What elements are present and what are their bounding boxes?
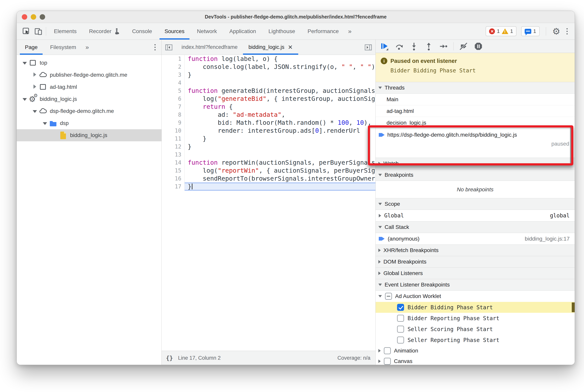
elb-item[interactable]: Seller Scoring Phase Start (376, 324, 575, 334)
expander-icon[interactable] (31, 108, 38, 114)
section-dom-breakpoints[interactable]: DOM Breakpoints (376, 256, 575, 268)
tree-item-top[interactable]: top (17, 57, 161, 69)
code-line-content[interactable]: render: interestGroup.ads[0].renderUrl (185, 127, 375, 135)
expander-icon[interactable] (31, 84, 38, 90)
editor-tab-index-html[interactable]: index.html?fencedframe (176, 40, 243, 55)
code-line[interactable]: 8 ad: "ad-metadata", (162, 111, 375, 119)
zoom-window-button[interactable] (40, 14, 45, 20)
thread-row[interactable]: ad-tag.html (376, 105, 575, 117)
indeterminate-checkbox[interactable] (385, 293, 392, 300)
tree-item-bidding-logic-file[interactable]: bidding_logic.js (17, 129, 161, 141)
line-number[interactable]: 16 (162, 174, 185, 182)
line-number[interactable]: 3 (162, 71, 185, 79)
elb-item[interactable]: Seller Reporting Phase Start (376, 334, 575, 346)
code-line[interactable]: 9 bid: Math.floor(Math.random() * 100, 1… (162, 119, 375, 127)
elb-group-ad-auction-worklet[interactable]: Ad Auction Worklet (376, 290, 575, 302)
tab-network[interactable]: Network (191, 23, 223, 40)
code-line-content[interactable] (185, 79, 375, 87)
tab-filesystem[interactable]: Filesystem (44, 40, 82, 55)
line-number[interactable]: 15 (162, 166, 185, 174)
tab-performance[interactable]: Performance (301, 23, 345, 40)
code-line[interactable]: 12} (162, 143, 375, 151)
checkbox[interactable] (397, 315, 404, 322)
call-stack-frame[interactable]: (anonymous) bidding_logic.js:17 (376, 233, 575, 245)
code-line-content[interactable]: } (185, 143, 375, 151)
tab-recorder[interactable]: Recorder (83, 23, 126, 40)
navigator-menu-icon[interactable] (153, 44, 157, 50)
minimize-window-button[interactable] (31, 14, 36, 20)
more-options-icon[interactable] (565, 28, 569, 34)
line-number[interactable]: 6 (162, 95, 185, 103)
step-into-button[interactable] (408, 41, 420, 52)
close-window-button[interactable] (22, 14, 27, 20)
code-line[interactable]: 3} (162, 71, 375, 79)
section-threads[interactable]: Threads (376, 82, 575, 94)
checkbox[interactable] (397, 336, 404, 344)
close-tab-icon[interactable]: ✕ (288, 44, 293, 50)
code-line[interactable]: 11 } (162, 135, 375, 143)
code-line[interactable]: 13 (162, 151, 375, 159)
line-number[interactable]: 10 (162, 127, 185, 135)
section-breakpoints[interactable]: Breakpoints (376, 169, 575, 181)
tab-page[interactable]: Page (19, 40, 44, 55)
step-over-button[interactable] (393, 41, 405, 52)
code-line[interactable]: 7 return { (162, 103, 375, 111)
line-number[interactable]: 14 (162, 159, 185, 166)
code-line[interactable]: 16 sendReportTo(browserSignals.interestG… (162, 174, 375, 182)
step-out-button[interactable] (423, 41, 435, 52)
more-navigator-tabs-button[interactable]: » (82, 40, 92, 55)
pretty-print-icon[interactable]: {} (166, 355, 173, 362)
pause-on-exceptions-button[interactable] (472, 41, 484, 52)
checkbox[interactable] (384, 347, 391, 354)
tree-item-ad-tag[interactable]: ad-tag.html (17, 81, 161, 93)
settings-gear-icon[interactable]: ⚙ (552, 27, 560, 36)
scope-row-global[interactable]: Global global (376, 210, 575, 222)
code-line-content[interactable]: ad: "ad-metadata", (185, 111, 375, 119)
code-line-content[interactable]: } (185, 135, 375, 143)
section-call-stack[interactable]: Call Stack (376, 221, 575, 233)
code-line-content[interactable]: log("generateBid", { interestGroup, auct… (185, 95, 375, 103)
code-line-content[interactable]: function reportWin(auctionSignals, perBu… (185, 159, 375, 166)
elb-group-canvas[interactable]: Canvas (376, 356, 575, 365)
expander-icon[interactable] (21, 60, 28, 66)
code-line-content[interactable]: function log(label, o) { (185, 55, 375, 63)
code-line-content[interactable]: log("reportWin", { auctionSignals, perBu… (185, 166, 375, 174)
code-line[interactable]: 1function log(label, o) { (162, 55, 375, 63)
thread-row[interactable]: Main (376, 94, 575, 105)
tab-console[interactable]: Console (126, 23, 158, 40)
elb-item[interactable]: Bidder Reporting Phase Start (376, 313, 575, 324)
line-number[interactable]: 4 (162, 79, 185, 87)
line-number[interactable]: 1 (162, 55, 185, 63)
code-line-content[interactable]: } (185, 71, 375, 79)
editor-tab-bidding-logic[interactable]: bidding_logic.js ✕ (243, 40, 298, 55)
more-tabs-button[interactable]: » (345, 23, 355, 40)
tab-elements[interactable]: Elements (48, 23, 83, 40)
section-global-listeners[interactable]: Global Listeners (376, 268, 575, 279)
code-line[interactable]: 15 log("reportWin", { auctionSignals, pe… (162, 166, 375, 174)
line-number[interactable]: 7 (162, 103, 185, 111)
code-line-content[interactable]: return { (185, 103, 375, 111)
inspect-element-icon[interactable] (20, 23, 32, 40)
checkbox[interactable] (397, 326, 404, 333)
code-line-content[interactable]: bid: Math.floor(Math.random() * 100, 10)… (185, 119, 375, 127)
code-line-content[interactable]: sendReportTo(browserSignals.interestGrou… (185, 174, 375, 182)
device-toolbar-icon[interactable] (32, 23, 44, 40)
step-button[interactable] (438, 41, 450, 52)
tree-item-dsp-folder[interactable]: dsp (17, 117, 161, 129)
tab-application[interactable]: Application (223, 23, 262, 40)
line-number[interactable]: 5 (162, 87, 185, 95)
code-line-content[interactable] (185, 151, 375, 159)
toggle-navigator-icon[interactable] (162, 40, 176, 55)
code-line[interactable]: 5function generateBid(interestGroup, auc… (162, 87, 375, 95)
tree-item-worklet-bidding-logic[interactable]: ⚙⚙ bidding_logic.js (17, 93, 161, 105)
section-event-listener-breakpoints[interactable]: Event Listener Breakpoints (376, 279, 575, 290)
code-line[interactable]: 2 console.log(label, JSON.stringify(o, "… (162, 63, 375, 71)
tab-sources[interactable]: Sources (158, 23, 191, 40)
line-number[interactable]: 13 (162, 151, 185, 159)
section-xhr-breakpoints[interactable]: XHR/fetch Breakpoints (376, 244, 575, 256)
code-line[interactable]: 4 (162, 79, 375, 87)
line-number[interactable]: 8 (162, 111, 185, 119)
expander-icon[interactable] (21, 96, 28, 102)
code-editor[interactable]: 1function log(label, o) {2 console.log(l… (162, 55, 375, 351)
line-number[interactable]: 9 (162, 119, 185, 127)
